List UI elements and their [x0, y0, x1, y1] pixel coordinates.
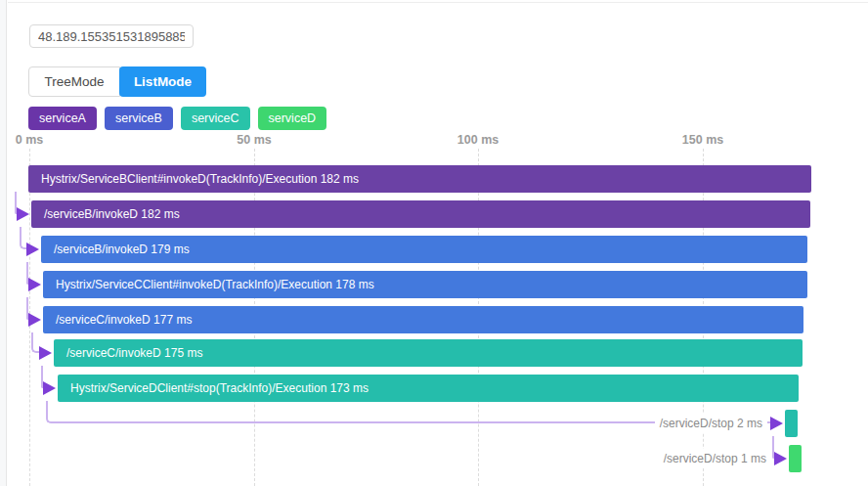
span-bar[interactable]: Hystrix/ServiceCClient#invokeD(TrackInfo… — [43, 271, 807, 298]
tab-tree-mode[interactable]: TreeMode — [28, 66, 120, 97]
mode-tab-group: TreeMode ListMode — [28, 66, 206, 97]
axis-tick-label: 50 ms — [237, 133, 271, 147]
legend-badge-serviceD[interactable]: serviceD — [258, 107, 327, 130]
legend-badge-serviceB[interactable]: serviceB — [105, 107, 173, 130]
span-arrow-icon — [43, 381, 56, 395]
span-arrow-icon — [26, 243, 39, 256]
span-arrow-icon — [770, 417, 783, 430]
panel-border-left — [0, 0, 7, 486]
span-outside-label: /serviceD/stop 2 ms — [655, 414, 767, 433]
legend-badge-serviceA[interactable]: serviceA — [28, 107, 97, 130]
span-bar[interactable]: Hystrix/ServiceDClient#stop(TrackInfo)/E… — [58, 375, 799, 402]
span-bar[interactable] — [789, 445, 802, 472]
span-bar[interactable]: Hystrix/ServiceBClient#invokeD(TrackInfo… — [28, 165, 811, 193]
span-arrow-icon — [28, 313, 41, 327]
span-arrow-icon — [17, 207, 29, 221]
axis-tick-label: 100 ms — [457, 133, 499, 147]
axis-tick-label: 150 ms — [682, 133, 723, 147]
span-bar[interactable]: /serviceB/invokeD 182 ms — [31, 200, 810, 228]
trace-viewer-page: TreeMode ListMode serviceA serviceB serv… — [0, 0, 868, 486]
legend-badge-serviceC[interactable]: serviceC — [181, 107, 250, 130]
span-arrow-icon — [774, 452, 787, 465]
trace-id-input[interactable] — [29, 24, 194, 48]
span-bar[interactable] — [785, 410, 798, 437]
panel-border-top — [8, 2, 868, 3]
span-outside-label: /serviceD/stop 1 ms — [659, 449, 771, 468]
tab-list-mode[interactable]: ListMode — [119, 66, 206, 97]
span-connector-line — [31, 332, 39, 353]
span-arrow-icon — [39, 346, 52, 360]
service-legend: serviceA serviceB serviceC serviceD — [28, 107, 334, 130]
axis-tick-label: 0 ms — [16, 133, 44, 147]
span-bar[interactable]: /serviceC/invokeD 177 ms — [43, 306, 803, 333]
span-bar[interactable]: /serviceB/invokeD 179 ms — [41, 236, 807, 263]
span-bar[interactable]: /serviceC/invokeD 175 ms — [54, 339, 803, 367]
span-arrow-icon — [28, 278, 41, 291]
span-connector-line — [20, 227, 26, 249]
